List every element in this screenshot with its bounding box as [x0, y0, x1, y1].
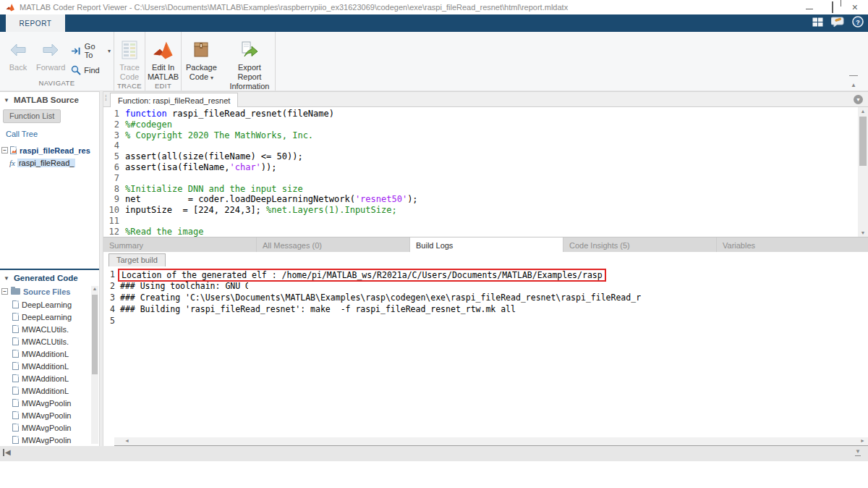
forward-button[interactable]: Forward: [32, 36, 69, 72]
source-file-item[interactable]: MWACLUtils.: [0, 323, 91, 335]
status-strip: ◀ ▼: [0, 446, 868, 461]
source-file-item[interactable]: MWAdditionL: [0, 384, 91, 397]
toolbar-group-share: Package Code ▾ Export Report Information…: [182, 32, 276, 91]
svg-text:?: ?: [856, 19, 860, 26]
matlab-logo-icon: [6, 3, 15, 12]
tab-report[interactable]: REPORT: [6, 14, 65, 32]
source-file-item[interactable]: MWAvgPoolin: [0, 434, 91, 446]
titlebar: MATLAB Coder Report Viewer - C:\Users\Do…: [0, 0, 868, 14]
file-icon: [12, 337, 19, 345]
call-tree-link[interactable]: Call Tree: [6, 130, 99, 138]
source-file-item[interactable]: DeepLearning: [0, 298, 91, 311]
package-icon: [192, 38, 210, 62]
code-viewer: 1function raspi_fileRead_resnet(fileName…: [103, 107, 868, 237]
back-arrow-icon: [9, 38, 27, 62]
export-report-icon: [240, 38, 259, 62]
source-file-item[interactable]: MWAdditionL: [0, 372, 91, 384]
fx-function-icon: fx: [9, 159, 15, 167]
file-icon: [12, 424, 19, 432]
folder-icon: [11, 288, 20, 295]
file-icon: [12, 411, 19, 419]
edit-in-matlab-button[interactable]: Edit In MATLAB: [143, 36, 183, 82]
layout-grid-icon[interactable]: [812, 17, 824, 28]
collapse-expander-icon[interactable]: −: [1, 288, 8, 295]
goto-button[interactable]: Go To ▾: [71, 42, 111, 59]
source-file-item[interactable]: MWACLUtils.: [0, 335, 91, 348]
collapse-expander-icon[interactable]: −: [1, 147, 8, 153]
code-line: 4: [105, 140, 868, 151]
matlab-logo-icon: [153, 38, 174, 62]
scrollbar-thumb[interactable]: [859, 117, 867, 166]
log-line: 3### Creating 'C:\Users\Documents\MATLAB…: [105, 292, 868, 303]
source-file-item[interactable]: MWAdditionL: [0, 360, 91, 372]
source-file-item[interactable]: MWAdditionL: [0, 348, 91, 360]
tab-code-insights-5[interactable]: Code Insights (5): [563, 237, 717, 253]
tab-summary[interactable]: Summary: [103, 237, 257, 253]
scroll-down-icon[interactable]: ▼: [858, 230, 868, 235]
scroll-left-icon[interactable]: ◄: [124, 438, 129, 443]
tab-target-build[interactable]: Target build: [109, 253, 166, 267]
report-tabs: SummaryAll Messages (0)Build LogsCode In…: [103, 237, 868, 252]
log-line: 2### Using toolchain: GNU GCC Embedded L…: [105, 280, 868, 292]
toolbar: Back Forward Go To ▾ Find: [0, 32, 868, 91]
find-button[interactable]: Find: [71, 65, 111, 75]
export-report-button[interactable]: Export Report Information: [224, 36, 275, 91]
collapse-triangle-icon[interactable]: ▼: [4, 97, 9, 104]
close-button[interactable]: ×: [852, 3, 858, 12]
generated-code-header: Generated Code: [14, 274, 78, 282]
tab-function-raspi-fileread-resnet[interactable]: Function: raspi_fileRead_resnet: [110, 93, 238, 108]
function-list-button[interactable]: Function List: [3, 109, 61, 123]
code-line: 8%Initialize DNN and the input size: [105, 184, 868, 195]
code-line: 3% Copyright 2020 The MathWorks, Inc.: [105, 130, 868, 141]
back-button[interactable]: Back: [4, 36, 32, 72]
code-scrollbar[interactable]: ▲ ▼: [858, 107, 868, 237]
dropdown-arrow-icon: ▾: [108, 48, 111, 54]
collapse-triangle-icon[interactable]: ▼: [4, 275, 9, 282]
matlab-source-panel: ▼MATLAB Source Function List Call Tree −…: [0, 91, 99, 269]
horizontal-scrollbar[interactable]: ◄ ►: [114, 437, 868, 446]
build-log-subtab-row: Target build: [103, 252, 868, 266]
tree-item-source-files[interactable]: − Source Files: [0, 285, 99, 298]
file-icon: [12, 350, 19, 358]
file-icon: [12, 399, 19, 407]
code-line: 6assert(isa(fileName,'char'));: [105, 162, 868, 173]
feedback-icon[interactable]: [831, 16, 845, 28]
tab-all-messages-0[interactable]: All Messages (0): [257, 237, 410, 253]
collapse-ribbon-button[interactable]: ▲: [849, 75, 858, 90]
package-code-button[interactable]: Package Code ▾: [182, 36, 221, 83]
group-label-edit: EDIT: [145, 82, 181, 91]
source-file-item[interactable]: DeepLearning: [0, 311, 91, 323]
trace-code-icon: [121, 38, 138, 62]
minimize-button[interactable]: [806, 5, 813, 9]
collapse-panel-icon[interactable]: ◀: [3, 448, 11, 456]
scroll-up-icon[interactable]: ▲: [858, 109, 868, 114]
tab-build-logs[interactable]: Build Logs: [410, 237, 563, 253]
help-icon[interactable]: ?: [852, 16, 864, 28]
file-icon: [12, 313, 19, 321]
drag-grip-icon[interactable]: ⁞: [105, 94, 106, 102]
source-file-item[interactable]: MWAvgPoolin: [0, 397, 91, 409]
file-icon: [12, 300, 19, 308]
matlab-coder-report-viewer-window: MATLAB Coder Report Viewer - C:\Users\Do…: [0, 0, 868, 461]
restore-button[interactable]: [832, 1, 833, 13]
scroll-right-icon[interactable]: ►: [860, 438, 865, 443]
code-line: 1function raspi_fileRead_resnet(fileName…: [105, 109, 868, 119]
source-file-item[interactable]: MWAvgPoolin: [0, 409, 91, 421]
matlab-source-header: MATLAB Source: [14, 96, 79, 104]
group-label-trace: TRACE: [114, 82, 145, 91]
sidebar-scrollbar[interactable]: ▲: [91, 286, 98, 444]
sidebar: ▼MATLAB Source Function List Call Tree −…: [0, 91, 99, 446]
source-file-list: DeepLearningDeepLearningMWACLUtils.MWACL…: [0, 298, 99, 446]
tree-item-function-raspi-fileread[interactable]: fx raspi_fileRead_: [0, 156, 99, 169]
tab-options-icon[interactable]: ▼: [854, 95, 863, 104]
content-area: ⁞ Function: raspi_fileRead_resnet ▼ 1fun…: [103, 91, 868, 446]
dropdown-arrow-icon: ▾: [210, 75, 213, 81]
tree-item-raspi-fileread-resnet[interactable]: − raspi_fileRead_res: [0, 144, 99, 156]
source-file-item[interactable]: MWAvgPoolin: [0, 421, 91, 434]
code-line: 12%Read the image: [105, 227, 868, 237]
tab-variables[interactable]: Variables: [717, 237, 868, 253]
trace-code-button[interactable]: Trace Code: [114, 36, 145, 82]
go-to-bottom-icon[interactable]: ▼: [855, 448, 861, 456]
scrollbar-thumb[interactable]: [92, 295, 98, 374]
scroll-up-icon[interactable]: ▲: [91, 286, 98, 291]
